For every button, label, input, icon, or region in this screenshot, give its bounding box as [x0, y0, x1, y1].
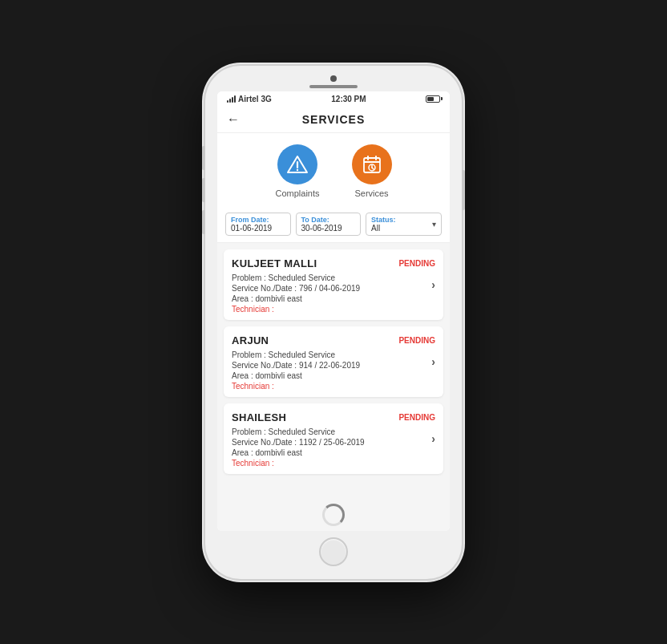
- filter-bar: From Date: 01-06-2019 To Date: 30-06-201…: [217, 206, 450, 243]
- complaints-icon-circle: [277, 144, 317, 184]
- service-no-3: Service No./Date : 1192 / 25-06-2019: [232, 438, 435, 447]
- card-arrow-1: ›: [431, 278, 435, 291]
- phone-home-area: [212, 531, 455, 569]
- service-card-2[interactable]: ARJUN PENDING Problem : Scheduled Servic…: [224, 326, 443, 397]
- area-2: Area : dombivli east: [232, 371, 435, 380]
- status-content: Status: All: [371, 216, 396, 233]
- status-time: 12:30 PM: [331, 95, 366, 103]
- service-no-1: Service No./Date : 796 / 04-06-2019: [232, 284, 435, 293]
- battery-icon: [426, 95, 440, 103]
- services-icon-circle: [352, 144, 392, 184]
- card-header-3: SHAILESH PENDING: [232, 411, 435, 423]
- status-value: All: [371, 224, 396, 233]
- service-no-2: Service No./Date : 914 / 22-06-2019: [232, 361, 435, 370]
- card-header-1: KULJEET MALLI PENDING: [232, 257, 435, 269]
- customer-name-2: ARJUN: [232, 334, 269, 346]
- phone-outer: Airtel 3G 12:30 PM ← SERVICES: [205, 66, 462, 579]
- signal-bars: [227, 95, 236, 103]
- spinner: [322, 504, 345, 526]
- icon-section: Complaints Services: [217, 133, 450, 206]
- from-date-label: From Date:: [231, 216, 285, 224]
- home-button[interactable]: [319, 537, 348, 566]
- status-badge-2: PENDING: [398, 336, 435, 345]
- svg-line-9: [372, 168, 374, 169]
- carrier-area: Airtel 3G: [227, 95, 272, 103]
- battery-fill: [427, 97, 434, 101]
- phone-screen: Airtel 3G 12:30 PM ← SERVICES: [217, 91, 450, 531]
- card-header-2: ARJUN PENDING: [232, 334, 435, 346]
- back-button[interactable]: ←: [227, 112, 240, 127]
- status-badge-3: PENDING: [398, 413, 435, 422]
- dropdown-arrow-icon: ▾: [432, 220, 436, 229]
- customer-name-1: KULJEET MALLI: [232, 257, 317, 269]
- carrier-name: Airtel: [238, 95, 259, 103]
- speaker-bar: [309, 85, 358, 88]
- status-bar: Airtel 3G 12:30 PM: [217, 91, 450, 107]
- to-date-label: To Date:: [301, 216, 356, 224]
- loading-area: [217, 499, 450, 531]
- complaints-icon-item[interactable]: Complaints: [275, 144, 319, 198]
- phone-top-bar: [212, 75, 455, 88]
- customer-name-3: SHAILESH: [232, 411, 286, 423]
- from-date-filter[interactable]: From Date: 01-06-2019: [225, 213, 291, 236]
- to-date-filter[interactable]: To Date: 30-06-2019: [296, 213, 362, 236]
- area-3: Area : dombivli east: [232, 448, 435, 457]
- area-1: Area : dombivli east: [232, 294, 435, 303]
- status-badge-1: PENDING: [398, 259, 435, 268]
- technician-1: Technician :: [232, 305, 435, 314]
- svg-point-2: [297, 168, 298, 170]
- camera-dot: [330, 75, 337, 82]
- technician-2: Technician :: [232, 382, 435, 391]
- service-card-1[interactable]: KULJEET MALLI PENDING Problem : Schedule…: [224, 249, 443, 320]
- services-icon-item[interactable]: Services: [352, 144, 392, 198]
- problem-1: Problem : Scheduled Service: [232, 273, 435, 282]
- services-label: Services: [354, 188, 388, 198]
- to-date-value: 30-06-2019: [301, 224, 356, 233]
- status-filter[interactable]: Status: All ▾: [366, 213, 442, 236]
- technician-3: Technician :: [232, 459, 435, 468]
- service-card-3[interactable]: SHAILESH PENDING Problem : Scheduled Ser…: [224, 403, 443, 474]
- from-date-value: 01-06-2019: [231, 224, 285, 233]
- card-arrow-2: ›: [431, 355, 435, 368]
- card-arrow-3: ›: [431, 432, 435, 445]
- problem-2: Problem : Scheduled Service: [232, 350, 435, 359]
- status-label: Status:: [371, 216, 396, 224]
- page-title: SERVICES: [302, 113, 366, 126]
- problem-3: Problem : Scheduled Service: [232, 427, 435, 436]
- service-list: KULJEET MALLI PENDING Problem : Schedule…: [217, 243, 450, 499]
- app-header: ← SERVICES: [217, 107, 450, 133]
- complaints-label: Complaints: [275, 188, 319, 198]
- network-type: 3G: [261, 95, 272, 103]
